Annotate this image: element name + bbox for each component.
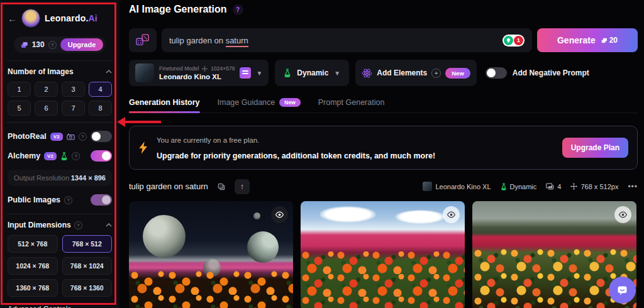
planet-graphic [247,231,279,263]
page-header: AI Image Generation ? [129,4,638,15]
model-selector[interactable]: Finetuned Model 1024×576 Leonardo Kino X… [129,60,269,86]
num-option-1[interactable]: 1 [8,82,31,97]
num-option-8[interactable]: 8 [89,101,112,116]
num-option-3[interactable]: 3 [62,82,85,97]
reuse-prompt-button[interactable]: ↑ [235,179,250,194]
style-selector[interactable]: Dynamic ▼ [275,60,349,86]
lightbulb-icon [504,36,513,45]
brand-name: Leonardo.Ai [45,13,97,23]
tulip-field-graphic [301,251,465,308]
chat-support-button[interactable] [609,277,636,304]
generation-header-row: tulip garden on saturn ↑ Leonardo Kino X… [129,179,638,194]
copy-prompt-button[interactable] [214,179,229,194]
random-prompt-button[interactable] [129,28,157,52]
planet-graphic [253,212,260,219]
meta-size: 768 x 512px [570,183,618,190]
cloud-graphic [395,210,445,224]
preview-eye-button[interactable] [271,206,288,223]
potion-flask-icon [501,183,507,190]
divider [6,122,113,123]
upgrade-plan-button[interactable]: Upgrade Plan [562,138,628,158]
token-pill: 130 ? Upgrade [14,36,106,53]
page-title: AI Image Generation [129,4,227,15]
generated-image-1[interactable] [129,201,293,308]
style-label: Dynamic [297,69,328,77]
page-help-icon[interactable]: ? [233,4,243,15]
model-kind-label: Finetuned Model [159,65,199,72]
meta-model: Leonardo Kino XL [423,182,491,191]
dim-option-512x768[interactable]: 512 × 768 [8,235,58,253]
alchemy-toggle[interactable] [91,150,112,162]
num-option-6[interactable]: 6 [35,101,58,116]
generate-button[interactable]: Generate 20 [537,28,638,52]
num-option-4-selected[interactable]: 4 [89,82,112,97]
dim-option-1360x768[interactable]: 1360 × 768 [8,279,58,297]
divider [6,214,113,214]
more-options-button[interactable]: ••• [628,182,638,191]
prompt-hint-badge[interactable]: 1 [502,35,525,47]
token-help-icon[interactable]: ? [48,41,57,49]
num-option-2[interactable]: 2 [35,82,58,97]
num-option-5[interactable]: 5 [8,101,31,116]
tulip-field-graphic [129,271,293,308]
chat-bubble-icon [616,283,629,297]
preview-eye-button[interactable] [614,206,631,223]
number-of-images-title: Number of Images [8,67,74,76]
dim-option-768x1360[interactable]: 768 × 1360 [62,279,113,297]
lightning-bolt-icon [138,141,148,154]
leonardo-logo-avatar [21,9,40,28]
upgrade-button[interactable]: Upgrade [60,38,104,51]
generated-image-2[interactable] [301,201,465,308]
public-images-toggle[interactable] [91,194,112,206]
tab-prompt-generation[interactable]: Prompt Generation [318,98,385,113]
photoreal-toggle[interactable] [91,131,112,142]
number-of-images-header[interactable]: Number of Images [8,67,112,76]
photoreal-row: PhotoReal V2 ? [8,131,112,142]
model-notes-icon[interactable] [240,67,251,79]
model-name: Leonardo Kino XL [159,73,235,80]
public-images-help-icon[interactable]: ? [64,196,72,204]
eye-icon [447,210,456,219]
model-settings-row: Finetuned Model 1024×576 Leonardo Kino X… [129,60,638,86]
hint-count-badge: 1 [514,36,523,45]
advanced-controls-link[interactable]: Advanced Controls [8,305,112,308]
alchemy-v2-badge: V2 [44,152,57,160]
alchemy-row: Alchemy V2 ? [8,150,112,162]
add-elements-button[interactable]: Add Elements + New [355,60,477,86]
tab-image-guidance[interactable]: Image GuidanceNew [218,98,301,113]
input-dimensions-header[interactable]: Input Dimensions ? [8,221,112,229]
model-info: Finetuned Model 1024×576 Leonardo Kino X… [159,65,235,80]
dim-option-1024x768[interactable]: 1024 × 768 [8,257,58,275]
model-thumbnail-small [423,182,432,191]
output-resolution-field: Output Resolution 1344 × 896 [8,170,112,186]
image-stack-icon [546,183,554,190]
chevron-down-icon: ▼ [334,70,340,77]
chevron-up-icon [106,223,112,227]
banner-text: You are currently on a free plan. Upgrad… [157,132,435,163]
tabs-bar: Generation History Image GuidanceNew Pro… [129,98,638,113]
prompt-text: tulip garden on saturn [169,36,248,45]
atom-icon [362,68,372,79]
eye-icon [618,210,628,219]
photoreal-help-icon[interactable]: ? [79,133,87,141]
preview-eye-button[interactable] [443,206,460,223]
alchemy-help-icon[interactable]: ? [72,152,80,160]
cloud-graphic [319,206,376,223]
plus-circle-icon: + [431,69,441,78]
dim-option-768x512-selected[interactable]: 768 × 512 [62,235,113,253]
prompt-input[interactable]: tulip garden on saturn 1 [162,28,532,52]
negative-prompt-row: Add Negative Prompt [483,60,589,86]
potion-flask-icon [284,69,291,77]
num-option-7[interactable]: 7 [62,101,85,116]
input-dimensions-help-icon[interactable]: ? [74,221,82,229]
move-cross-icon [202,66,208,72]
negative-prompt-toggle[interactable] [486,67,507,79]
move-cross-icon [570,183,577,190]
back-arrow-icon[interactable]: ← [8,13,17,24]
dim-option-768x1024[interactable]: 768 × 1024 [62,257,113,275]
sidebar: ← Leonardo.Ai 130 ? Upgrade Number of Im… [0,0,119,308]
generated-images-row [129,201,638,308]
tab-generation-history[interactable]: Generation History [129,98,200,113]
chevron-up-icon [106,70,112,74]
copy-icon [217,182,226,191]
